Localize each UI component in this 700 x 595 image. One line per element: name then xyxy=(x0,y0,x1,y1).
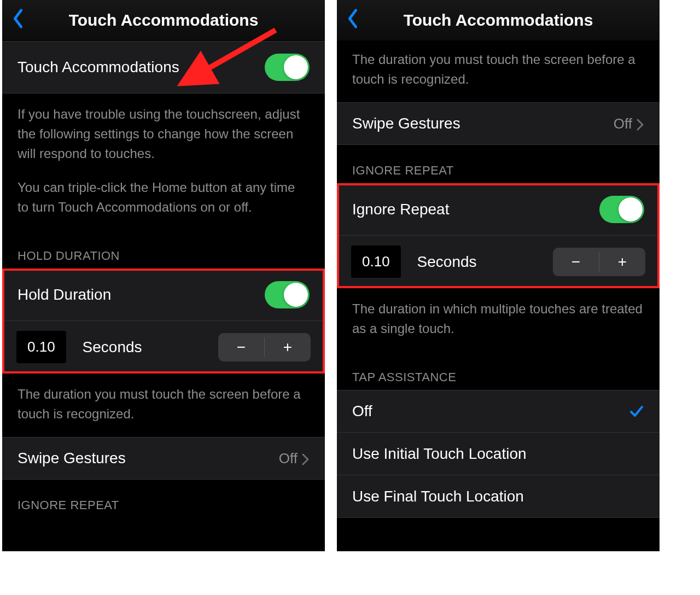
seconds-label: Seconds xyxy=(83,339,202,356)
touch-accommodations-description: If you have trouble using the touchscree… xyxy=(2,94,325,230)
stepper-minus-button[interactable]: − xyxy=(218,333,264,361)
tap-option-initial-label: Use Initial Touch Location xyxy=(352,445,527,463)
right-screenshot: Touch Accommodations The duration you mu… xyxy=(337,0,660,551)
tap-assistance-options: Off Use Initial Touch Location Use Final… xyxy=(337,390,660,518)
stepper-minus-button[interactable]: − xyxy=(553,248,599,276)
hold-duration-toggle[interactable] xyxy=(265,281,310,308)
touch-accommodations-label: Touch Accommodations xyxy=(18,59,179,76)
tap-assistance-header: TAP ASSISTANCE xyxy=(337,352,660,390)
touch-accommodations-row[interactable]: Touch Accommodations xyxy=(2,41,325,94)
hold-duration-stepper-row: 0.10 Seconds − + xyxy=(2,321,325,374)
hold-duration-label: Hold Duration xyxy=(18,286,111,304)
swipe-gestures-label: Swipe Gestures xyxy=(352,115,460,132)
hold-duration-footer: The duration you must touch the screen b… xyxy=(2,374,325,437)
tap-option-final[interactable]: Use Final Touch Location xyxy=(337,475,660,518)
ignore-repeat-footer: The duration in which multiple touches a… xyxy=(337,288,660,352)
left-screenshot: Touch Accommodations Touch Accommodation… xyxy=(2,0,325,551)
swipe-gestures-row[interactable]: Swipe Gestures Off xyxy=(337,102,660,145)
tap-option-final-label: Use Final Touch Location xyxy=(352,488,524,505)
tap-option-off-label: Off xyxy=(352,402,372,420)
ignore-repeat-row[interactable]: Ignore Repeat xyxy=(337,183,660,236)
hold-duration-stepper: − + xyxy=(218,333,311,361)
ignore-repeat-stepper: − + xyxy=(553,248,645,276)
tap-option-initial[interactable]: Use Initial Touch Location xyxy=(337,433,660,475)
seconds-label: Seconds xyxy=(417,253,536,271)
touch-accommodations-toggle[interactable] xyxy=(265,54,310,81)
swipe-gestures-row[interactable]: Swipe Gestures Off xyxy=(2,437,325,480)
stepper-plus-button[interactable]: + xyxy=(599,248,645,276)
nav-header: Touch Accommodations xyxy=(337,0,660,41)
swipe-gestures-label: Swipe Gestures xyxy=(18,450,126,467)
back-button[interactable] xyxy=(345,8,361,29)
chevron-right-icon xyxy=(637,118,644,130)
stepper-plus-button[interactable]: + xyxy=(265,333,311,361)
ignore-repeat-toggle[interactable] xyxy=(599,196,644,223)
ignore-repeat-label: Ignore Repeat xyxy=(352,201,449,218)
hold-duration-footer: The duration you must touch the screen b… xyxy=(337,41,660,102)
ignore-repeat-value: 0.10 xyxy=(351,246,401,278)
chevron-right-icon xyxy=(302,452,310,464)
checkmark-icon xyxy=(629,404,644,419)
page-title: Touch Accommodations xyxy=(69,11,259,30)
hold-duration-row[interactable]: Hold Duration xyxy=(2,269,325,321)
tap-option-off[interactable]: Off xyxy=(337,390,660,433)
page-title: Touch Accommodations xyxy=(404,11,593,30)
swipe-gestures-value: Off xyxy=(279,450,298,467)
hold-duration-highlight: Hold Duration 0.10 Seconds − + xyxy=(2,269,325,374)
back-button[interactable] xyxy=(10,8,26,29)
ignore-repeat-header: IGNORE REPEAT xyxy=(2,480,325,518)
ignore-repeat-header: IGNORE REPEAT xyxy=(337,145,660,183)
ignore-repeat-highlight: Ignore Repeat 0.10 Seconds − + xyxy=(337,183,660,288)
hold-duration-header: HOLD DURATION xyxy=(2,230,325,269)
nav-header: Touch Accommodations xyxy=(2,0,325,41)
swipe-gestures-value: Off xyxy=(614,115,632,132)
hold-duration-value: 0.10 xyxy=(16,331,66,363)
ignore-repeat-stepper-row: 0.10 Seconds − + xyxy=(337,236,660,288)
